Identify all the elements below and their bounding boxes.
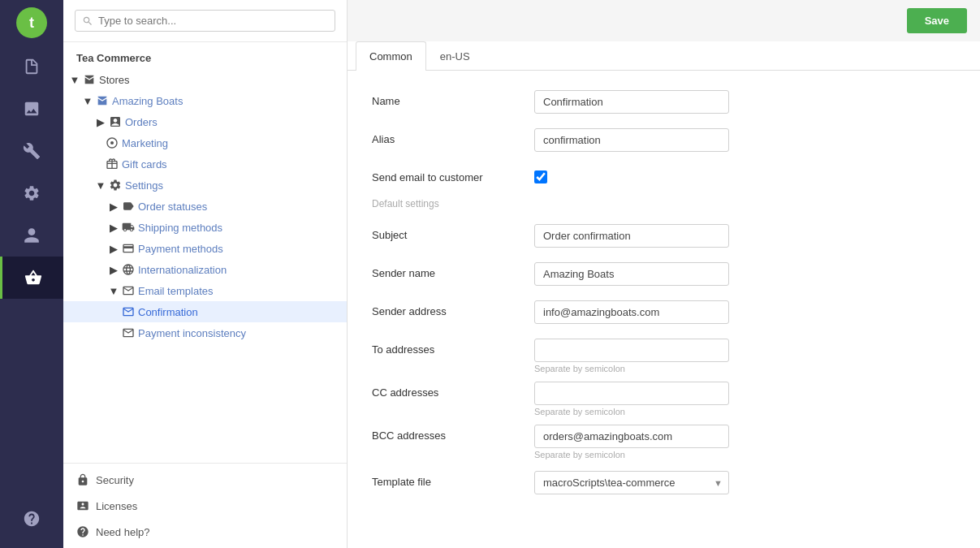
gear-icon xyxy=(23,184,41,202)
licenses-label: Licenses xyxy=(96,500,137,512)
sidebar-header: Tea Commerce xyxy=(63,42,347,69)
cc-addresses-input[interactable] xyxy=(534,382,729,405)
user-icon xyxy=(23,227,41,244)
arrow-order-statuses: ▶ xyxy=(109,201,119,211)
search-icon xyxy=(82,15,93,27)
arrow-amazing-boats: ▼ xyxy=(83,96,93,106)
send-email-label: Send email to customer xyxy=(372,166,518,183)
document-icon xyxy=(23,58,41,76)
sender-address-input[interactable] xyxy=(534,300,729,324)
sidebar-item-marketing[interactable]: Marketing xyxy=(63,132,347,153)
search-input[interactable] xyxy=(98,15,328,27)
cc-addresses-label: CC addresses xyxy=(372,382,518,399)
gift-cards-icon xyxy=(106,157,119,170)
i18n-icon xyxy=(122,263,135,276)
arrow-orders: ▶ xyxy=(96,117,106,127)
payment-inconsistency-label: Payment inconsistency xyxy=(138,327,246,339)
orders-label: Orders xyxy=(125,116,158,128)
to-addresses-hint: Separate by semicolon xyxy=(534,364,680,373)
sidebar: Tea Commerce ▼ Stores ▼ Amazing Boats ▶ … xyxy=(63,0,348,548)
alias-input[interactable] xyxy=(534,128,729,152)
logo[interactable]: t xyxy=(0,0,63,45)
stores-label: Stores xyxy=(99,74,130,86)
send-email-checkbox[interactable] xyxy=(534,170,547,183)
form-group-cc: CC addresses Separate by semicolon xyxy=(372,382,956,416)
sidebar-item-payment-inconsistency[interactable]: Payment inconsistency xyxy=(63,322,347,343)
bcc-addresses-hint: Separate by semicolon xyxy=(534,450,680,460)
email-templates-icon xyxy=(122,284,135,297)
sidebar-item-orders[interactable]: ▶ Orders xyxy=(63,111,347,132)
icon-bar-image[interactable] xyxy=(0,88,63,130)
subject-input[interactable] xyxy=(534,224,729,248)
sidebar-item-order-statuses[interactable]: ▶ Order statuses xyxy=(63,196,347,217)
icon-bar-help[interactable] xyxy=(0,498,63,540)
to-hint-row: Separate by semicolon xyxy=(372,364,956,373)
settings-label: Settings xyxy=(125,179,163,192)
sidebar-item-gift-cards[interactable]: Gift cards xyxy=(63,153,347,175)
sidebar-bottom: Security Licenses Need help? xyxy=(63,463,347,548)
amazing-boats-icon xyxy=(96,94,109,107)
sidebar-item-email-templates[interactable]: ▼ Email templates xyxy=(63,280,347,301)
form-row-send-email: Send email to customer xyxy=(372,166,956,183)
main: Save Common en-US Name Alias Send email … xyxy=(348,0,980,548)
icon-bar-user[interactable] xyxy=(0,214,63,257)
cc-hint-row: Separate by semicolon xyxy=(372,407,956,416)
sender-name-input[interactable] xyxy=(534,262,729,286)
icon-bar-basket[interactable] xyxy=(0,257,63,299)
help-circle-icon xyxy=(23,510,41,528)
alias-label: Alias xyxy=(372,128,518,145)
order-statuses-icon xyxy=(122,200,135,213)
settings-icon xyxy=(109,179,122,192)
sidebar-licenses[interactable]: Licenses xyxy=(63,493,347,519)
sidebar-security[interactable]: Security xyxy=(63,467,347,493)
sidebar-item-amazing-boats[interactable]: ▼ Amazing Boats xyxy=(63,90,347,111)
icon-bar-gear[interactable] xyxy=(0,172,63,214)
template-file-select[interactable]: macroScripts\tea-commerce xyxy=(534,471,729,494)
sidebar-item-shipping-methods[interactable]: ▶ Shipping methods xyxy=(63,217,347,238)
icon-bar-bottom xyxy=(0,498,63,548)
sidebar-need-help[interactable]: Need help? xyxy=(63,519,347,545)
wrench-icon xyxy=(23,142,41,160)
sidebar-item-settings[interactable]: ▼ Settings xyxy=(63,175,347,196)
tab-en-us[interactable]: en-US xyxy=(426,41,484,71)
order-statuses-label: Order statuses xyxy=(138,201,207,213)
logo-circle: t xyxy=(16,7,47,38)
icon-bar-document[interactable] xyxy=(0,45,63,88)
default-settings-header: Default settings xyxy=(372,198,956,209)
lock-icon xyxy=(76,473,89,486)
sidebar-item-payment-methods[interactable]: ▶ Payment methods xyxy=(63,238,347,259)
to-addresses-input[interactable] xyxy=(534,339,729,362)
sidebar-item-confirmation[interactable]: Confirmation xyxy=(63,301,347,322)
form-row-sender-address: Sender address xyxy=(372,300,956,324)
arrow-payment: ▶ xyxy=(109,244,119,253)
amazing-boats-label: Amazing Boats xyxy=(112,95,183,107)
search-input-wrap[interactable] xyxy=(75,10,335,32)
form-row-subject: Subject xyxy=(372,224,956,248)
tab-common[interactable]: Common xyxy=(356,41,426,71)
subject-label: Subject xyxy=(372,224,518,241)
form-row-bcc: BCC addresses xyxy=(372,425,956,448)
sidebar-item-internationalization[interactable]: ▶ Internationalization xyxy=(63,259,347,280)
marketing-icon xyxy=(106,136,119,149)
form-row-template: Template file macroScripts\tea-commerce … xyxy=(372,471,956,494)
need-help-label: Need help? xyxy=(96,526,150,538)
form-row-cc: CC addresses xyxy=(372,382,956,405)
icon-bar-wrench[interactable] xyxy=(0,130,63,172)
content-area: Common en-US Name Alias Send email to cu… xyxy=(348,41,980,548)
icon-bar-items xyxy=(0,45,63,498)
sidebar-item-stores[interactable]: ▼ Stores xyxy=(63,69,347,90)
stores-icon xyxy=(83,73,96,86)
arrow-stores: ▼ xyxy=(70,75,80,84)
arrow-i18n: ▶ xyxy=(109,265,119,274)
bcc-hint-row: Separate by semicolon xyxy=(372,450,956,460)
bcc-addresses-input[interactable] xyxy=(534,425,729,448)
basket-icon xyxy=(24,269,42,287)
name-input[interactable] xyxy=(534,90,729,114)
template-file-wrap: macroScripts\tea-commerce ▼ xyxy=(534,471,729,494)
form-area: Name Alias Send email to customer Defaul… xyxy=(348,71,980,529)
save-button[interactable]: Save xyxy=(907,8,967,33)
security-label: Security xyxy=(96,474,134,486)
sender-name-label: Sender name xyxy=(372,262,518,279)
cc-addresses-hint: Separate by semicolon xyxy=(534,407,680,416)
tree-area: Tea Commerce ▼ Stores ▼ Amazing Boats ▶ … xyxy=(63,42,347,463)
